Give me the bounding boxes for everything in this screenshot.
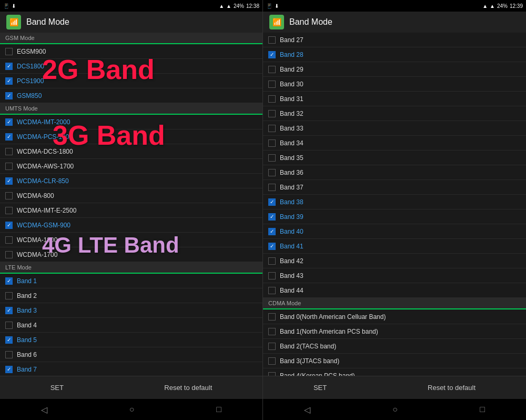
r-band-38[interactable]: Band 38: [263, 195, 526, 209]
band-wcdma-aws1700[interactable]: WCDMA-AWS-1700: [0, 159, 262, 174]
cb-gsm850[interactable]: [5, 92, 13, 99]
r-band-27[interactable]: Band 27: [263, 33, 526, 47]
cb-wcdma-pcs1900[interactable]: [5, 133, 13, 141]
band-egsm900[interactable]: EGSM900: [0, 44, 262, 59]
cb-lte-6[interactable]: [5, 351, 13, 358]
cb-cdma-1[interactable]: [268, 328, 276, 335]
left-scroll[interactable]: GSM Mode EGSM900 DCS1800 PCS1900 GSM850 …: [0, 33, 262, 376]
r-band-34[interactable]: Band 34: [263, 136, 526, 151]
cb-wcdma-clr850[interactable]: [5, 177, 13, 185]
right-scroll[interactable]: Band 27 Band 28 Band 29 Band 30 Band 31 …: [263, 33, 526, 376]
cb-r-27[interactable]: [268, 36, 276, 44]
band-dcs1800[interactable]: DCS1800: [0, 59, 262, 74]
band-lte-3[interactable]: Band 3: [0, 303, 262, 318]
cdma-band-2[interactable]: Band 2(TACS band): [263, 339, 526, 354]
band-lte-6[interactable]: Band 6: [0, 347, 262, 362]
r-band-43[interactable]: Band 43: [263, 268, 526, 283]
back-icon-left[interactable]: ◁: [41, 405, 47, 415]
band-wcdma-clr850[interactable]: WCDMA-CLR-850: [0, 174, 262, 188]
r-band-31[interactable]: Band 31: [263, 92, 526, 106]
r-band-39[interactable]: Band 39: [263, 209, 526, 224]
cdma-band-4[interactable]: Band 4(Korean PCS band): [263, 368, 526, 376]
band-wcdma-gsm900[interactable]: WCDMA-GSM-900: [0, 218, 262, 233]
cb-r-32[interactable]: [268, 110, 276, 117]
r-band-42[interactable]: Band 42: [263, 254, 526, 268]
band-wcdma-imte2500[interactable]: WCDMA-IMT-E-2500: [0, 203, 262, 218]
home-icon-left[interactable]: ○: [129, 405, 135, 414]
r-band-41[interactable]: Band 41: [263, 239, 526, 254]
cb-r-30[interactable]: [268, 81, 276, 88]
cb-lte-2[interactable]: [5, 292, 13, 299]
band-lte-2[interactable]: Band 2: [0, 288, 262, 303]
cb-cdma-0[interactable]: [268, 313, 276, 321]
band-lte-1[interactable]: Band 1: [0, 274, 262, 288]
cb-egsm900[interactable]: [5, 48, 13, 55]
r-band-29[interactable]: Band 29: [263, 62, 526, 77]
reset-button-left[interactable]: Reset to default: [154, 379, 222, 396]
back-icon-right[interactable]: ◁: [304, 405, 310, 415]
cb-dcs1800[interactable]: [5, 63, 13, 70]
band-wcdma-1800[interactable]: WCDMA-1800: [0, 233, 262, 247]
cb-r-33[interactable]: [268, 125, 276, 132]
band-lte-5[interactable]: Band 5: [0, 333, 262, 347]
cb-r-29[interactable]: [268, 66, 276, 73]
cb-wcdma-800[interactable]: [5, 192, 13, 199]
cb-lte-3[interactable]: [5, 307, 13, 314]
recents-icon-left[interactable]: □: [216, 405, 221, 414]
set-button-right[interactable]: SET: [303, 379, 337, 396]
r-band-30[interactable]: Band 30: [263, 77, 526, 92]
cb-r-40[interactable]: [268, 228, 276, 235]
band-pcs1900[interactable]: PCS1900: [0, 74, 262, 88]
cb-r-28[interactable]: [268, 51, 276, 58]
band-wcdma-dcs1800[interactable]: WCDMA-DCS-1800: [0, 144, 262, 159]
cb-wcdma-dcs1800[interactable]: [5, 148, 13, 155]
cb-r-44[interactable]: [268, 287, 276, 294]
band-wcdma-800[interactable]: WCDMA-800: [0, 188, 262, 203]
reset-button-right[interactable]: Reset to default: [417, 379, 486, 396]
cdma-band-1[interactable]: Band 1(North American PCS band): [263, 324, 526, 339]
cb-r-31[interactable]: [268, 95, 276, 103]
band-gsm850[interactable]: GSM850: [0, 88, 262, 103]
cb-r-38[interactable]: [268, 198, 276, 206]
cb-cdma-3[interactable]: [268, 357, 276, 365]
cb-r-36[interactable]: [268, 169, 276, 176]
r-band-28[interactable]: Band 28: [263, 47, 526, 62]
cb-r-39[interactable]: [268, 213, 276, 221]
cb-r-43[interactable]: [268, 272, 276, 279]
cdma-band-0[interactable]: Band 0(North American Celluar Band): [263, 309, 526, 324]
cb-r-41[interactable]: [268, 243, 276, 250]
cb-lte-7[interactable]: [5, 366, 13, 373]
band-wcdma-pcs1900[interactable]: WCDMA-PCS-1900: [0, 129, 262, 144]
cdma-band-3[interactable]: Band 3(JTACS band): [263, 354, 526, 368]
cb-lte-5[interactable]: [5, 336, 13, 344]
band-lte-7[interactable]: Band 7: [0, 362, 262, 376]
cb-r-37[interactable]: [268, 184, 276, 191]
cb-wcdma-imte2500[interactable]: [5, 207, 13, 214]
r-band-36[interactable]: Band 36: [263, 165, 526, 180]
band-wcdma-1700[interactable]: WCDMA-1700: [0, 247, 262, 262]
cb-r-34[interactable]: [268, 139, 276, 147]
cb-wcdma-gsm900[interactable]: [5, 222, 13, 229]
set-button-left[interactable]: SET: [40, 379, 74, 396]
r-band-37[interactable]: Band 37: [263, 180, 526, 195]
recents-icon-right[interactable]: □: [480, 405, 485, 414]
cb-r-42[interactable]: [268, 257, 276, 265]
home-icon-right[interactable]: ○: [392, 405, 398, 414]
cb-lte-1[interactable]: [5, 277, 13, 285]
cb-wcdma-imt2000[interactable]: [5, 118, 13, 126]
cb-wcdma-1700[interactable]: [5, 251, 13, 258]
cb-cdma-4[interactable]: [268, 372, 276, 376]
cb-cdma-2[interactable]: [268, 343, 276, 350]
r-band-44[interactable]: Band 44: [263, 283, 526, 298]
cb-r-35[interactable]: [268, 154, 276, 162]
r-band-32[interactable]: Band 32: [263, 106, 526, 121]
cb-wcdma-aws1700[interactable]: [5, 163, 13, 170]
r-band-40[interactable]: Band 40: [263, 224, 526, 239]
cb-pcs1900[interactable]: [5, 77, 13, 85]
r-band-35[interactable]: Band 35: [263, 151, 526, 165]
cb-lte-4[interactable]: [5, 322, 13, 329]
band-lte-4[interactable]: Band 4: [0, 318, 262, 333]
r-band-33[interactable]: Band 33: [263, 121, 526, 136]
band-wcdma-imt2000[interactable]: WCDMA-IMT-2000: [0, 115, 262, 129]
cb-wcdma-1800[interactable]: [5, 236, 13, 244]
